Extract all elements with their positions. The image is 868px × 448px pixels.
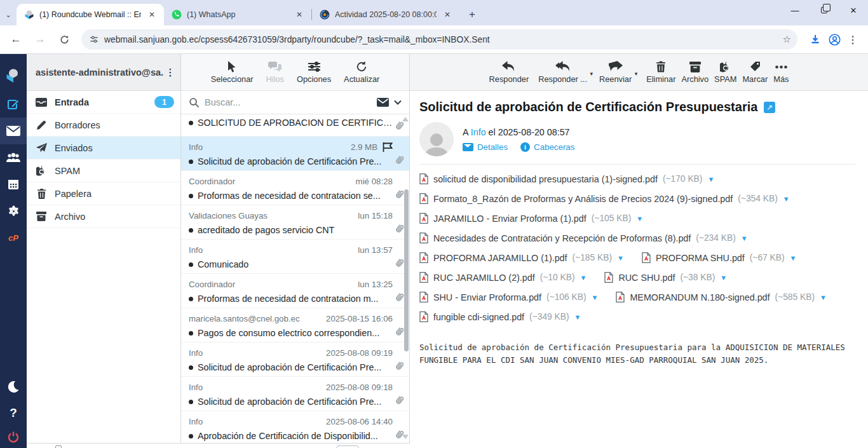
attachment-item[interactable]: fungible cdi-signed.pdf (~349 KB) ▼ [419, 311, 581, 322]
attachment-menu-caret[interactable]: ▼ [636, 215, 643, 222]
browser-menu-icon[interactable]: ⋮ [848, 34, 858, 46]
attachment-item[interactable]: MEMORANDUM N.180-signed.pdf (~585 KB) ▼ [616, 292, 827, 302]
folder-borradores[interactable]: Borradores [27, 114, 180, 137]
attachment-menu-caret[interactable]: ▼ [720, 274, 727, 282]
compose-icon[interactable] [0, 91, 27, 118]
back-button[interactable]: ← [5, 29, 27, 50]
headers-toggle[interactable]: i Cabeceras [520, 142, 574, 152]
refresh-list-button[interactable]: Actualizar [344, 60, 379, 84]
attachment-menu-caret[interactable]: ▼ [580, 274, 587, 282]
list-footer-button[interactable] [336, 445, 359, 448]
new-tab-button[interactable]: + [463, 6, 481, 24]
reply-all-button[interactable]: Responder ... ▾ [538, 60, 587, 84]
account-menu-icon[interactable]: ⋮ [164, 67, 177, 78]
attachment-menu-caret[interactable]: ▼ [820, 294, 827, 301]
attachment-menu-caret[interactable]: ▼ [783, 195, 790, 203]
window-close-button[interactable]: ✕ [839, 0, 868, 20]
attachment-item[interactable]: RUC JARAMILLO (2).pdf (~10 KB) ▼ [419, 272, 587, 283]
reply-all-dropdown-caret[interactable]: ▾ [590, 71, 593, 77]
url-text[interactable]: webmail.sanjuan.gob.ec/cpsess6426731059/… [104, 35, 778, 44]
reply-button[interactable]: Responder [489, 60, 529, 84]
roundcube-logo[interactable] [0, 60, 27, 91]
open-in-new-window-icon[interactable]: ↗ [764, 102, 775, 113]
message-list-item[interactable]: Info lun 13:57 Comunicado [181, 240, 409, 274]
window-restore-button[interactable] [810, 0, 839, 20]
message-list-item[interactable]: Coordinador mié 08:28 Proformas de neces… [181, 171, 409, 205]
search-scope-mail-icon[interactable] [377, 98, 389, 107]
options-button[interactable]: Opciones [297, 60, 331, 84]
tab-roundcube[interactable]: (1) Roundcube Webmail :: Envia ✕ [17, 4, 164, 25]
tab-close-icon[interactable]: ✕ [442, 9, 453, 20]
threads-button[interactable]: Hilos [266, 60, 284, 84]
refresh-button[interactable] [53, 29, 75, 50]
folder-papelera[interactable]: Papelera [27, 182, 180, 205]
scroll-down-arrow[interactable] [402, 435, 409, 439]
folder-archivo[interactable]: Archivo [27, 205, 180, 228]
attachment-menu-caret[interactable]: ▼ [741, 234, 748, 242]
delete-button[interactable]: Eliminar [646, 60, 675, 84]
select-all-checkbox[interactable] [55, 445, 62, 448]
attachment-menu-caret[interactable]: ▼ [707, 175, 714, 183]
message-list-item[interactable]: Info 2.9 MB Solicitud de aprobación de C… [181, 137, 409, 171]
settings-gear-icon[interactable] [0, 198, 27, 224]
attachment-item[interactable]: JARAMILLO - Enviar Proforma (1).pdf (~10… [419, 213, 643, 224]
folder-entrada[interactable]: Entrada 1 [27, 91, 180, 114]
attachment-item[interactable]: Necesidades de Contratación y Recepción … [419, 233, 748, 243]
folder-enviados[interactable]: Enviados [27, 137, 180, 160]
attachment-item[interactable]: PROFORMA SHU.pdf (~67 KB) ▼ [642, 252, 797, 263]
mark-button[interactable]: Marcar [742, 60, 768, 84]
attachment-menu-caret[interactable]: ▼ [617, 254, 624, 262]
attachment-item[interactable]: SHU - Enviar Proforma.pdf (~106 KB) ▼ [419, 292, 598, 302]
forward-dropdown-caret[interactable]: ▾ [635, 71, 638, 77]
tab-whatsapp[interactable]: (1) WhatsApp ✕ [164, 4, 311, 25]
details-toggle[interactable]: Detalles [463, 142, 508, 152]
message-subject: Solicitud de aprobación de Certificación… [198, 156, 393, 166]
dark-mode-moon-icon[interactable] [0, 373, 27, 400]
attachment-menu-caret[interactable]: ▼ [592, 294, 599, 301]
forward-button[interactable]: Reenviar ▾ [599, 60, 632, 84]
search-options-chevron-icon[interactable] [394, 100, 402, 105]
archive-button[interactable]: Archivo [681, 60, 709, 84]
scroll-up-arrow[interactable] [402, 117, 409, 121]
message-list-item[interactable]: Coordinador lun 13:25 Proformas de neces… [181, 274, 409, 308]
message-list-item[interactable]: Validaciones Guayas lun 15:18 acreditado… [181, 205, 409, 240]
message-list-item[interactable]: maricela.santos@cnel.gob.ec 2025-08-15 1… [181, 308, 409, 343]
mail-icon[interactable] [0, 118, 27, 144]
more-button[interactable]: Más [773, 60, 789, 84]
forward-button[interactable]: → [29, 29, 51, 50]
tab-close-icon[interactable]: ✕ [146, 9, 158, 20]
attachment-item[interactable]: PROFORMA JARAMILLO (1).pdf (~185 KB) ▼ [419, 252, 624, 263]
profile-icon[interactable] [828, 33, 841, 46]
cpanel-icon[interactable]: cP [0, 224, 27, 251]
address-bar[interactable]: webmail.sanjuan.gob.ec/cpsess6426731059/… [81, 29, 797, 50]
attachment-item[interactable]: Formato_8_Razón de Proformas y Análisis … [419, 193, 790, 204]
message-meta: lun 13:25 [358, 280, 393, 289]
attachment-item[interactable]: RUC SHU.pdf (~38 KB) ▼ [604, 272, 727, 283]
attachment-menu-caret[interactable]: ▼ [790, 254, 797, 262]
message-list-item[interactable]: Info 2025-08-06 14:40 Aprobación de Cert… [181, 411, 409, 445]
bookmark-star-icon[interactable]: ☆ [783, 34, 791, 45]
window-minimize-button[interactable]: — [780, 0, 810, 20]
list-scrollbar[interactable] [404, 189, 409, 351]
tab-search-chevron-icon[interactable]: ⌄ [0, 4, 17, 25]
message-list-item[interactable]: SOLICITUD DE APROBACION DE CERTIFICA... [181, 114, 409, 137]
tab-close-icon[interactable]: ✕ [294, 9, 305, 20]
message-list-item[interactable]: Info 2025-08-08 09:18 Solicitud de aprob… [181, 377, 409, 411]
tab-actividad[interactable]: Actividad 2025-08-20 08:00:00 ✕ [312, 4, 459, 25]
search-input[interactable] [205, 97, 372, 107]
recipient-link[interactable]: Info [471, 127, 486, 137]
message-list-item[interactable]: Info 2025-08-08 09:19 Solicitud de aprob… [181, 343, 409, 377]
contacts-icon[interactable] [0, 144, 27, 171]
help-icon[interactable]: ? [0, 400, 27, 426]
calendar-icon[interactable] [0, 171, 27, 198]
spam-button[interactable]: SPAM [714, 60, 736, 84]
flag-icon[interactable] [383, 142, 393, 152]
select-button[interactable]: Seleccionar [211, 60, 254, 84]
site-info-icon[interactable] [89, 34, 99, 44]
account-header[interactable]: asistente-administrativo@sa... ⋮ [27, 54, 180, 91]
logout-power-icon[interactable] [0, 426, 27, 448]
folder-spam[interactable]: SPAM [27, 160, 180, 182]
downloads-icon[interactable] [809, 33, 822, 46]
attachment-item[interactable]: solicitud de disponibilidad presupuestar… [419, 173, 714, 184]
attachment-menu-caret[interactable]: ▼ [574, 313, 581, 321]
